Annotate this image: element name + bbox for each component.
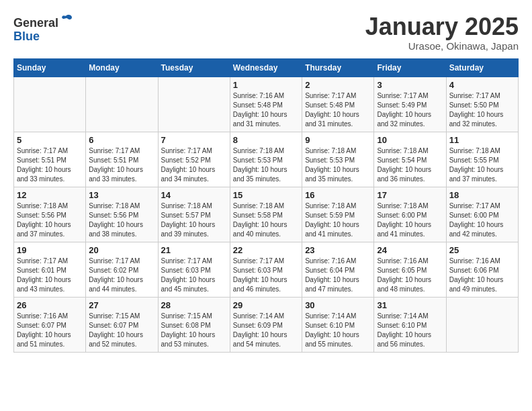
calendar-day-cell: 29Sunrise: 7:14 AMSunset: 6:09 PMDayligh…	[230, 297, 302, 352]
calendar-day-cell: 30Sunrise: 7:14 AMSunset: 6:10 PMDayligh…	[302, 297, 374, 352]
calendar-day-cell: 26Sunrise: 7:16 AMSunset: 6:07 PMDayligh…	[14, 297, 86, 352]
day-of-week-header: Sunday	[14, 58, 86, 77]
calendar-day-cell: 23Sunrise: 7:16 AMSunset: 6:04 PMDayligh…	[302, 242, 374, 297]
day-info: Sunrise: 7:16 AMSunset: 6:07 PMDaylight:…	[17, 312, 83, 349]
location: Urasoe, Okinawa, Japan	[365, 40, 519, 52]
calendar-week-row: 1Sunrise: 7:16 AMSunset: 5:48 PMDaylight…	[14, 77, 519, 132]
calendar-day-cell: 5Sunrise: 7:17 AMSunset: 5:51 PMDaylight…	[14, 132, 86, 187]
day-info: Sunrise: 7:17 AMSunset: 5:50 PMDaylight:…	[449, 91, 515, 129]
day-number: 5	[17, 135, 83, 145]
day-info: Sunrise: 7:18 AMSunset: 5:58 PMDaylight:…	[233, 201, 299, 239]
day-of-week-header: Monday	[86, 58, 158, 77]
calendar-day-cell	[14, 77, 86, 132]
day-number: 6	[89, 135, 154, 145]
day-info: Sunrise: 7:17 AMSunset: 5:49 PMDaylight:…	[377, 91, 443, 129]
day-number: 2	[305, 80, 371, 90]
calendar-week-row: 19Sunrise: 7:17 AMSunset: 6:01 PMDayligh…	[14, 242, 519, 297]
day-number: 26	[17, 300, 83, 310]
calendar-day-cell: 31Sunrise: 7:14 AMSunset: 6:10 PMDayligh…	[374, 297, 446, 352]
calendar-day-cell: 10Sunrise: 7:18 AMSunset: 5:54 PMDayligh…	[374, 132, 446, 187]
day-number: 7	[161, 135, 227, 145]
day-number: 19	[17, 245, 83, 255]
day-number: 30	[305, 300, 371, 310]
calendar-day-cell: 2Sunrise: 7:17 AMSunset: 5:48 PMDaylight…	[302, 77, 374, 132]
day-info: Sunrise: 7:14 AMSunset: 6:09 PMDaylight:…	[233, 312, 299, 349]
logo-general: General	[13, 16, 58, 30]
title-block: January 2025 Urasoe, Okinawa, Japan	[365, 13, 519, 52]
calendar-day-cell: 27Sunrise: 7:15 AMSunset: 6:07 PMDayligh…	[86, 297, 158, 352]
calendar-day-cell: 6Sunrise: 7:17 AMSunset: 5:51 PMDaylight…	[86, 132, 158, 187]
day-info: Sunrise: 7:18 AMSunset: 5:54 PMDaylight:…	[377, 146, 443, 184]
calendar-body: 1Sunrise: 7:16 AMSunset: 5:48 PMDaylight…	[14, 77, 519, 352]
day-number: 17	[377, 190, 443, 200]
day-info: Sunrise: 7:14 AMSunset: 6:10 PMDaylight:…	[377, 312, 443, 349]
day-info: Sunrise: 7:16 AMSunset: 5:48 PMDaylight:…	[233, 91, 299, 129]
logo-blue: Blue	[13, 30, 40, 43]
day-info: Sunrise: 7:16 AMSunset: 6:04 PMDaylight:…	[305, 257, 371, 294]
day-number: 13	[89, 190, 154, 200]
day-number: 21	[161, 245, 227, 255]
day-info: Sunrise: 7:18 AMSunset: 5:56 PMDaylight:…	[17, 201, 83, 239]
calendar-day-cell: 4Sunrise: 7:17 AMSunset: 5:50 PMDaylight…	[446, 77, 518, 132]
day-info: Sunrise: 7:17 AMSunset: 6:03 PMDaylight:…	[233, 257, 299, 294]
calendar-day-cell: 13Sunrise: 7:18 AMSunset: 5:56 PMDayligh…	[86, 187, 158, 242]
day-number: 31	[377, 300, 443, 310]
day-number: 20	[89, 245, 154, 255]
day-info: Sunrise: 7:17 AMSunset: 6:01 PMDaylight:…	[17, 257, 83, 294]
logo-bird-icon	[60, 13, 73, 27]
day-number: 9	[305, 135, 371, 145]
day-number: 27	[89, 300, 154, 310]
day-info: Sunrise: 7:17 AMSunset: 6:00 PMDaylight:…	[449, 201, 515, 239]
calendar-day-cell: 20Sunrise: 7:17 AMSunset: 6:02 PMDayligh…	[86, 242, 158, 297]
day-number: 12	[17, 190, 83, 200]
day-number: 28	[161, 300, 227, 310]
day-info: Sunrise: 7:15 AMSunset: 6:08 PMDaylight:…	[161, 312, 227, 349]
calendar-week-row: 26Sunrise: 7:16 AMSunset: 6:07 PMDayligh…	[14, 297, 519, 352]
day-number: 24	[377, 245, 443, 255]
calendar-day-cell: 22Sunrise: 7:17 AMSunset: 6:03 PMDayligh…	[230, 242, 302, 297]
calendar-day-cell: 11Sunrise: 7:18 AMSunset: 5:55 PMDayligh…	[446, 132, 518, 187]
calendar-day-cell: 15Sunrise: 7:18 AMSunset: 5:58 PMDayligh…	[230, 187, 302, 242]
day-info: Sunrise: 7:18 AMSunset: 5:53 PMDaylight:…	[305, 146, 371, 184]
day-info: Sunrise: 7:18 AMSunset: 6:00 PMDaylight:…	[377, 201, 443, 239]
calendar-day-cell: 16Sunrise: 7:18 AMSunset: 5:59 PMDayligh…	[302, 187, 374, 242]
calendar-day-cell: 9Sunrise: 7:18 AMSunset: 5:53 PMDaylight…	[302, 132, 374, 187]
calendar-day-cell: 19Sunrise: 7:17 AMSunset: 6:01 PMDayligh…	[14, 242, 86, 297]
day-number: 11	[449, 135, 515, 145]
day-number: 15	[233, 190, 299, 200]
month-title: January 2025	[365, 13, 519, 40]
day-info: Sunrise: 7:18 AMSunset: 5:56 PMDaylight:…	[89, 201, 154, 239]
day-info: Sunrise: 7:17 AMSunset: 6:02 PMDaylight:…	[89, 257, 154, 294]
day-number: 4	[449, 80, 515, 90]
day-info: Sunrise: 7:17 AMSunset: 5:52 PMDaylight:…	[161, 146, 227, 184]
calendar-day-cell: 7Sunrise: 7:17 AMSunset: 5:52 PMDaylight…	[158, 132, 230, 187]
day-of-week-header: Tuesday	[158, 58, 230, 77]
day-number: 8	[233, 135, 299, 145]
calendar-day-cell: 1Sunrise: 7:16 AMSunset: 5:48 PMDaylight…	[230, 77, 302, 132]
calendar-day-cell	[86, 77, 158, 132]
day-info: Sunrise: 7:14 AMSunset: 6:10 PMDaylight:…	[305, 312, 371, 349]
day-info: Sunrise: 7:17 AMSunset: 5:48 PMDaylight:…	[305, 91, 371, 129]
day-info: Sunrise: 7:16 AMSunset: 6:05 PMDaylight:…	[377, 257, 443, 294]
day-info: Sunrise: 7:18 AMSunset: 5:57 PMDaylight:…	[161, 201, 227, 239]
calendar-week-row: 12Sunrise: 7:18 AMSunset: 5:56 PMDayligh…	[14, 187, 519, 242]
calendar-day-cell: 24Sunrise: 7:16 AMSunset: 6:05 PMDayligh…	[374, 242, 446, 297]
calendar-day-cell: 17Sunrise: 7:18 AMSunset: 6:00 PMDayligh…	[374, 187, 446, 242]
day-number: 16	[305, 190, 371, 200]
day-of-week-header: Friday	[374, 58, 446, 77]
day-info: Sunrise: 7:18 AMSunset: 5:59 PMDaylight:…	[305, 201, 371, 239]
calendar-day-cell	[158, 77, 230, 132]
day-number: 10	[377, 135, 443, 145]
logo: General Blue	[13, 13, 73, 44]
day-number: 29	[233, 300, 299, 310]
calendar-header-row: SundayMondayTuesdayWednesdayThursdayFrid…	[14, 58, 519, 77]
calendar-day-cell: 28Sunrise: 7:15 AMSunset: 6:08 PMDayligh…	[158, 297, 230, 352]
calendar-day-cell: 18Sunrise: 7:17 AMSunset: 6:00 PMDayligh…	[446, 187, 518, 242]
calendar-day-cell: 21Sunrise: 7:17 AMSunset: 6:03 PMDayligh…	[158, 242, 230, 297]
calendar-table: SundayMondayTuesdayWednesdayThursdayFrid…	[13, 58, 519, 353]
calendar-day-cell: 3Sunrise: 7:17 AMSunset: 5:49 PMDaylight…	[374, 77, 446, 132]
calendar-day-cell	[446, 297, 518, 352]
day-of-week-header: Wednesday	[230, 58, 302, 77]
day-info: Sunrise: 7:15 AMSunset: 6:07 PMDaylight:…	[89, 312, 154, 349]
day-info: Sunrise: 7:18 AMSunset: 5:55 PMDaylight:…	[449, 146, 515, 184]
